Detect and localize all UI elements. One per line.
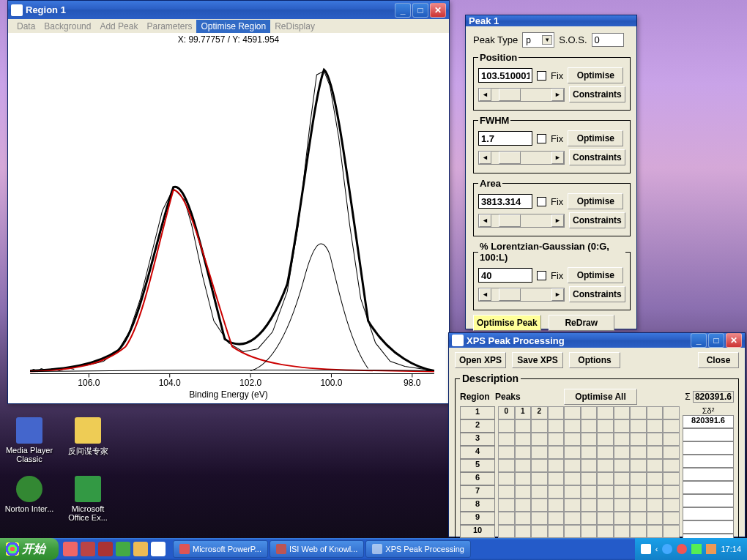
lg-input[interactable] xyxy=(478,268,532,283)
xps-window: XPS Peak Processing _ □ ✕ Open XPS Save … xyxy=(448,332,746,537)
ql-icon-3[interactable] xyxy=(98,542,113,556)
lg-constraints-button[interactable]: Constraints xyxy=(569,286,625,302)
fwhm-optimise-button[interactable]: Optimise xyxy=(568,130,623,146)
position-fix-checkbox[interactable] xyxy=(537,71,546,81)
antispy-icon xyxy=(75,417,101,444)
peak-col-2[interactable]: 2 xyxy=(531,406,548,419)
close-button[interactable]: ✕ xyxy=(726,333,742,348)
desktop-icon-excel[interactable]: Microsoft Office Ex... xyxy=(62,476,114,522)
tray-icon-4[interactable] xyxy=(691,544,702,554)
area-input[interactable] xyxy=(478,194,532,209)
sos-input[interactable] xyxy=(592,33,624,47)
menu-background[interactable]: Background xyxy=(40,20,95,33)
peak2-trace xyxy=(250,244,368,371)
close-button[interactable]: ✕ xyxy=(430,3,446,18)
fwhm-slider[interactable]: ◄► xyxy=(478,151,565,165)
desktop-icon-norton[interactable]: Norton Inter... xyxy=(4,476,55,513)
menu-data[interactable]: Data xyxy=(12,20,40,33)
desktop-icon-antispy[interactable]: 反间谍专家 xyxy=(62,417,114,457)
open-xps-button[interactable]: Open XPS xyxy=(455,352,506,368)
menu-addpeak[interactable]: Add Peak xyxy=(95,20,142,33)
ql-icon-2[interactable] xyxy=(81,542,95,556)
chart-area[interactable]: X: 99.77757 / Y: 4591.954 106.0 104.0 10… xyxy=(8,33,449,403)
menu-optimise-region[interactable]: Optimise Region xyxy=(196,20,270,33)
menu-redisplay[interactable]: ReDisplay xyxy=(270,20,319,33)
peak-col-0[interactable]: 0 xyxy=(498,406,515,419)
redraw-button[interactable]: ReDraw xyxy=(549,315,614,331)
optimise-all-button[interactable]: Optimise All xyxy=(564,389,637,405)
region-window: Region 1 _ □ ✕ Data Background Add Peak … xyxy=(7,0,450,404)
area-slider[interactable]: ◄► xyxy=(478,214,565,228)
optimise-peak-button[interactable]: Optimise Peak xyxy=(473,315,541,331)
region-row-7[interactable]: 7 xyxy=(460,485,495,499)
region-row-10[interactable]: 10 xyxy=(460,525,495,538)
ql-icon-5[interactable] xyxy=(133,542,148,556)
xps-icon xyxy=(372,544,382,554)
peak-titlebar[interactable]: Peak 1 xyxy=(466,15,636,26)
fwhm-constraints-button[interactable]: Constraints xyxy=(569,149,625,165)
peak-col-1[interactable]: 1 xyxy=(515,406,532,419)
tray-icon-5[interactable] xyxy=(706,544,716,554)
position-input[interactable] xyxy=(478,68,532,83)
desktop-icon-mpc[interactable]: Media Player Classic xyxy=(4,417,55,463)
minimize-button[interactable]: _ xyxy=(395,3,411,18)
lg-optimise-button[interactable]: Optimise xyxy=(568,267,623,283)
peaks-header: Peaks xyxy=(495,392,524,402)
maximize-button[interactable]: □ xyxy=(708,333,724,348)
ql-icon-1[interactable] xyxy=(63,542,78,556)
task-item-xps[interactable]: XPS Peak Processing xyxy=(365,540,471,558)
region-row-5[interactable]: 5 xyxy=(460,459,495,472)
envelope-trace xyxy=(30,70,434,370)
maximize-button[interactable]: □ xyxy=(412,3,428,18)
xps-title: XPS Peak Processing xyxy=(467,335,691,346)
minimize-button[interactable]: _ xyxy=(691,333,707,348)
fwhm-fix-checkbox[interactable] xyxy=(537,134,546,143)
svg-text:106.0: 106.0 xyxy=(78,378,100,388)
peaks-grid: 0 1 2 xyxy=(498,406,680,538)
sos-label: S.O.S. xyxy=(559,34,587,45)
taskbar: 开始 Microsoft PowerP... ISI Web of Knowl.… xyxy=(0,538,747,560)
start-button[interactable]: 开始 xyxy=(0,538,59,560)
options-button[interactable]: Options xyxy=(569,352,620,368)
close-xps-button[interactable]: Close xyxy=(698,352,739,368)
description-group: Description Region Peaks Optimise All Σ … xyxy=(455,373,739,552)
area-constraints-button[interactable]: Constraints xyxy=(569,212,625,228)
position-optimise-button[interactable]: Optimise xyxy=(568,67,623,83)
region-row-4[interactable]: 4 xyxy=(460,446,495,459)
region-titlebar[interactable]: Region 1 _ □ ✕ xyxy=(8,1,449,19)
tray-icon-2[interactable] xyxy=(662,544,672,554)
excel-icon xyxy=(75,476,101,502)
xps-titlebar[interactable]: XPS Peak Processing _ □ ✕ xyxy=(449,333,745,348)
ql-icon-4[interactable] xyxy=(116,542,130,556)
lg-fix-checkbox[interactable] xyxy=(537,271,546,280)
tray-icon-3[interactable] xyxy=(677,544,687,554)
quick-launch xyxy=(59,542,170,556)
region-row-6[interactable]: 6 xyxy=(460,472,495,485)
peak-type-select[interactable]: p xyxy=(522,32,554,48)
save-xps-button[interactable]: Save XPS xyxy=(512,352,563,368)
peak1-trace xyxy=(30,190,434,372)
region-row-1[interactable]: 1 xyxy=(460,406,495,419)
area-optimise-button[interactable]: Optimise xyxy=(568,193,623,209)
lg-slider[interactable]: ◄► xyxy=(478,288,565,302)
area-fix-checkbox[interactable] xyxy=(537,197,546,206)
region-row-2[interactable]: 2 xyxy=(460,419,495,433)
position-group: Position Fix Optimise ◄► Constraints xyxy=(473,52,631,111)
clock[interactable]: 17:14 xyxy=(721,545,741,553)
position-slider[interactable]: ◄► xyxy=(478,88,565,102)
region-row-8[interactable]: 8 xyxy=(460,499,495,512)
region-row-9[interactable]: 9 xyxy=(460,512,495,525)
task-item-isi[interactable]: ISI Web of Knowl... xyxy=(270,540,364,558)
region-menubar: Data Background Add Peak Parameters Opti… xyxy=(8,19,449,33)
tray-icon-1[interactable] xyxy=(641,544,651,554)
ql-icon-6[interactable] xyxy=(151,542,166,556)
task-item-powerpoint[interactable]: Microsoft PowerP... xyxy=(173,540,268,558)
menu-parameters[interactable]: Parameters xyxy=(142,20,196,33)
sigma-column: Σδ² 820391.6 xyxy=(683,406,734,547)
region-column: 1 2 3 4 5 6 7 8 9 10 xyxy=(460,406,495,538)
fwhm-input[interactable] xyxy=(478,131,532,146)
region-row-3[interactable]: 3 xyxy=(460,433,495,446)
norton-icon xyxy=(16,476,42,502)
position-constraints-button[interactable]: Constraints xyxy=(569,86,625,102)
raw-data-trace xyxy=(30,72,434,371)
